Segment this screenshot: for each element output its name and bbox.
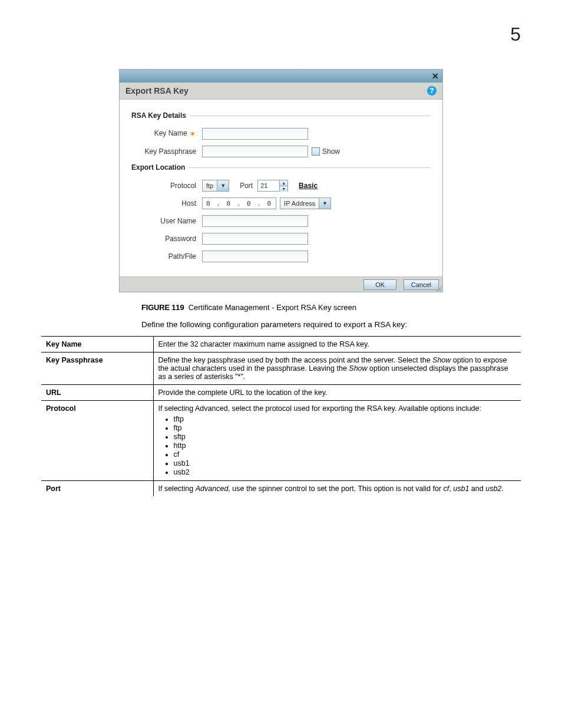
host-type-select[interactable]: IP Address ▼	[280, 197, 331, 209]
resize-grip-icon[interactable]	[435, 284, 442, 291]
dialog-titlebar: ✕	[120, 70, 442, 83]
path-file-input[interactable]	[202, 251, 308, 262]
param-desc: Enter the 32 character maximum name assi…	[153, 337, 521, 353]
list-item: http	[174, 442, 517, 450]
help-icon[interactable]: ?	[427, 86, 437, 95]
label-port: Port	[240, 182, 253, 190]
protocol-list: tftpftpsftphttpcfusb1usb2	[158, 415, 517, 476]
chevron-down-icon: ▼	[319, 198, 330, 209]
table-row: ProtocolIf selecting Advanced, select th…	[41, 401, 521, 481]
figure-text: Certificate Management - Export RSA Key …	[189, 303, 356, 312]
section-export-location: Export Location	[131, 163, 431, 172]
dialog-body: RSA Key Details Key Name ✶ Key Passphras…	[120, 100, 442, 276]
list-item: cf	[174, 450, 517, 459]
label-host: Host	[131, 199, 202, 207]
dialog-header: Export RSA Key ?	[120, 83, 442, 100]
ok-button[interactable]: OK	[363, 279, 396, 290]
user-name-input[interactable]	[202, 215, 308, 227]
list-item: usb2	[174, 468, 517, 476]
param-name: Protocol	[41, 401, 153, 481]
section-rsa-key-details: RSA Key Details	[131, 111, 431, 120]
param-name: Port	[41, 481, 153, 497]
spinner-down-icon[interactable]: ▼	[280, 186, 287, 192]
list-item: usb1	[174, 459, 517, 467]
show-checkbox[interactable]	[312, 147, 320, 156]
label-password: Password	[131, 235, 202, 243]
label-protocol: Protocol	[131, 182, 202, 190]
cancel-button[interactable]: Cancel	[404, 279, 439, 290]
export-rsa-key-dialog: ✕ Export RSA Key ? RSA Key Details Key N…	[119, 69, 443, 292]
table-row: URLProvide the complete URL to the locat…	[41, 385, 521, 401]
parameters-table: Key NameEnter the 32 character maximum n…	[41, 336, 521, 496]
port-value: 21	[258, 180, 279, 191]
param-name: URL	[41, 385, 153, 401]
param-name: Key Name	[41, 337, 153, 353]
list-item: tftp	[174, 415, 517, 423]
chevron-down-icon: ▼	[217, 180, 229, 191]
label-path-file: Path/File	[131, 252, 202, 261]
close-icon[interactable]: ✕	[432, 71, 439, 81]
label-key-name-text: Key Name	[154, 129, 187, 137]
key-passphrase-input[interactable]	[202, 146, 308, 157]
password-input[interactable]	[202, 233, 308, 245]
param-name: Key Passphrase	[41, 353, 153, 385]
page-number: 5	[41, 24, 521, 45]
dialog-footer: OK Cancel	[120, 276, 442, 292]
label-key-passphrase: Key Passphrase	[131, 147, 202, 156]
figure-caption: FIGURE 119 Certificate Management - Expo…	[141, 303, 521, 312]
table-row: Key PassphraseDefine the key passphrase …	[41, 353, 521, 385]
port-spinner[interactable]: 21 ▲ ▼	[257, 180, 288, 192]
label-user-name: User Name	[131, 217, 202, 225]
protocol-select[interactable]: ftp ▼	[202, 180, 229, 192]
required-icon: ✶	[189, 129, 196, 139]
intro-text: Define the following configuration param…	[141, 320, 521, 329]
host-type-value: IP Address	[280, 200, 319, 207]
host-ip-input[interactable]: 0 . 0 . 0 . 0	[202, 197, 276, 209]
param-desc: If selecting Advanced, select the protoc…	[153, 401, 521, 481]
param-desc: If selecting Advanced, use the spinner c…	[153, 481, 521, 497]
protocol-select-value: ftp	[203, 182, 217, 189]
list-item: ftp	[174, 424, 517, 432]
dialog-title: Export RSA Key	[125, 86, 189, 95]
param-desc: Provide the complete URL to the location…	[153, 385, 521, 401]
spinner-up-icon[interactable]: ▲	[280, 180, 287, 186]
show-label: Show	[322, 147, 340, 156]
basic-link[interactable]: Basic	[299, 182, 318, 190]
key-name-input[interactable]	[202, 128, 308, 140]
table-row: Key NameEnter the 32 character maximum n…	[41, 337, 521, 353]
table-row: PortIf selecting Advanced, use the spinn…	[41, 481, 521, 497]
label-key-name: Key Name ✶	[131, 129, 202, 139]
list-item: sftp	[174, 433, 517, 441]
param-desc: Define the key passphrase used by both t…	[153, 353, 521, 385]
figure-label: FIGURE 119	[141, 303, 184, 312]
